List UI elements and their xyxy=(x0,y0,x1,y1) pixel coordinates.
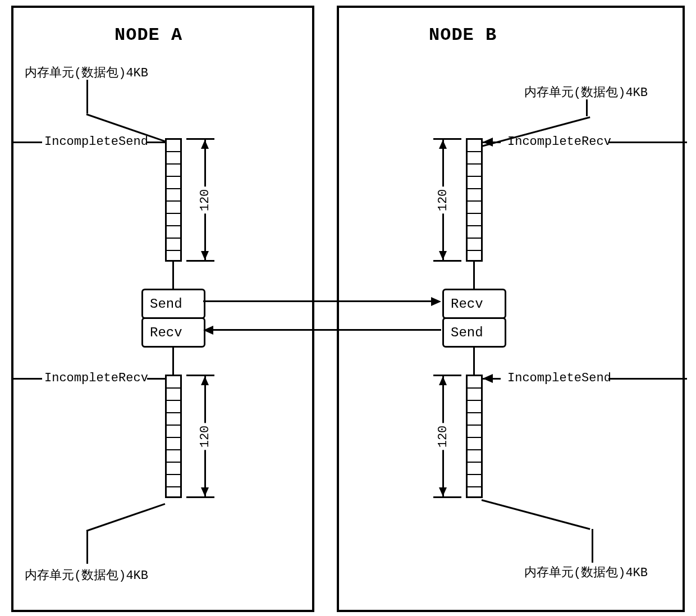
queue-cell xyxy=(468,226,481,239)
queue-cell xyxy=(468,401,481,413)
arrow-head xyxy=(203,326,213,335)
queue-cell xyxy=(468,239,481,251)
queue-cell xyxy=(468,463,481,475)
queue-cell xyxy=(167,239,180,251)
ptr-line xyxy=(608,142,687,143)
stem xyxy=(473,348,475,375)
queue-cell xyxy=(167,389,180,401)
queue-cell xyxy=(468,214,481,226)
dim-arrow xyxy=(439,140,447,149)
queue-cell xyxy=(468,376,481,389)
queue-cell xyxy=(167,426,180,438)
dim-arrow xyxy=(439,251,447,260)
node-b-mem-bottom-label: 内存单元(数据包)4KB xyxy=(524,564,648,581)
send-label: Send xyxy=(150,296,182,312)
queue-cell xyxy=(167,226,180,239)
recv-label: Recv xyxy=(451,296,483,312)
node-b-mem-top-label: 内存单元(数据包)4KB xyxy=(524,84,648,101)
queue-cell xyxy=(468,487,481,500)
queue-cell xyxy=(468,189,481,202)
dim-arrow xyxy=(201,251,209,260)
node-b-title: NODE B xyxy=(429,25,497,45)
ptr-line xyxy=(147,142,165,143)
queue-cell xyxy=(468,475,481,487)
dim-cap xyxy=(186,496,214,498)
node-b-incomplete-send: IncompleteSend xyxy=(507,371,611,385)
ptr-arrow xyxy=(483,374,493,383)
node-b-bottom-queue xyxy=(466,375,483,498)
node-a-send-box: Send xyxy=(141,289,205,319)
queue-cell xyxy=(167,177,180,189)
queue-cell xyxy=(468,413,481,426)
node-a-dim-bottom: 120 xyxy=(198,423,212,450)
leader-line xyxy=(86,80,88,113)
arrow-send-to-recv-b xyxy=(211,329,441,331)
dim-arrow xyxy=(201,140,209,149)
node-a-title: NODE A xyxy=(115,25,182,45)
queue-cell xyxy=(468,202,481,214)
dim-cap xyxy=(433,260,461,262)
queue-cell xyxy=(167,165,180,177)
diagram-container: NODE A 内存单元(数据包)4KB IncompleteSend 120 xyxy=(11,6,685,612)
queue-cell xyxy=(167,214,180,226)
leader-diag xyxy=(86,503,166,532)
queue-cell xyxy=(167,413,180,426)
queue-cell xyxy=(167,376,180,389)
ptr-line xyxy=(608,378,687,380)
node-b-dim-bottom: 120 xyxy=(436,423,450,450)
dim-arrow xyxy=(439,376,447,385)
node-a-incomplete-send: IncompleteSend xyxy=(44,135,148,149)
leader-line xyxy=(586,99,588,116)
ptr-line xyxy=(147,378,165,380)
node-b-incomplete-recv: IncompleteRecv xyxy=(507,135,611,149)
ptr-arrow xyxy=(483,138,493,147)
queue-cell xyxy=(468,438,481,450)
dim-cap xyxy=(186,260,214,262)
node-a-dim-top: 120 xyxy=(198,187,212,214)
queue-cell xyxy=(468,152,481,165)
queue-cell xyxy=(167,487,180,500)
node-b-top-queue xyxy=(466,138,483,262)
queue-cell xyxy=(468,426,481,438)
queue-cell xyxy=(167,401,180,413)
dim-arrow xyxy=(201,376,209,385)
dim-cap xyxy=(433,375,461,376)
queue-cell xyxy=(468,450,481,463)
leader-line xyxy=(592,529,593,563)
arrow-send-to-recv xyxy=(203,300,439,302)
queue-cell xyxy=(468,177,481,189)
queue-cell xyxy=(468,389,481,401)
send-label: Send xyxy=(451,325,483,340)
queue-cell xyxy=(167,475,180,487)
dim-cap xyxy=(433,496,461,498)
queue-cell xyxy=(167,152,180,165)
dim-cap xyxy=(433,138,461,140)
dim-arrow xyxy=(201,487,209,496)
ptr-line xyxy=(11,378,42,380)
node-a-bottom-queue xyxy=(165,375,182,498)
node-a-incomplete-recv: IncompleteRecv xyxy=(44,371,148,385)
leader-diag xyxy=(482,499,590,530)
recv-label: Recv xyxy=(150,325,182,340)
dim-arrow xyxy=(439,487,447,496)
stem xyxy=(172,348,174,375)
node-b-recv-box: Recv xyxy=(442,289,506,319)
queue-cell xyxy=(167,202,180,214)
queue-cell xyxy=(167,140,180,152)
stem xyxy=(172,262,174,289)
node-a-mem-top-label: 内存单元(数据包)4KB xyxy=(25,64,148,81)
stem xyxy=(473,262,475,289)
node-b-box: NODE B 内存单元(数据包)4KB IncompleteRecv xyxy=(337,6,685,612)
queue-cell xyxy=(167,450,180,463)
node-a-mem-bottom-label: 内存单元(数据包)4KB xyxy=(25,567,148,583)
node-b-send-box: Send xyxy=(442,317,506,348)
leader-line xyxy=(86,530,88,564)
ptr-line xyxy=(11,142,42,143)
queue-cell xyxy=(167,463,180,475)
queue-cell xyxy=(468,140,481,152)
node-b-dim-top: 120 xyxy=(436,187,450,214)
queue-cell xyxy=(468,165,481,177)
node-a-recv-box: Recv xyxy=(141,317,205,348)
node-a-top-queue xyxy=(165,138,182,262)
dim-cap xyxy=(186,138,214,140)
